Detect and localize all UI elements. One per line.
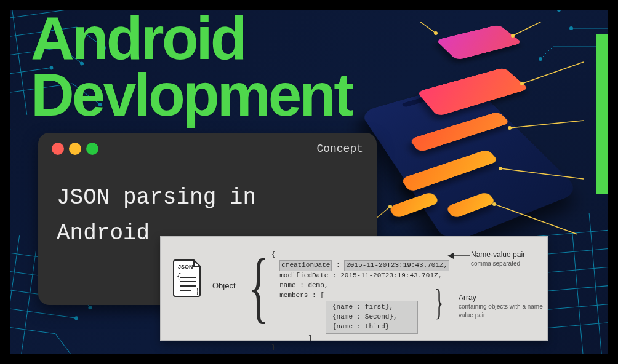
svg-line-62: [408, 22, 436, 33]
svg-line-20: [540, 47, 553, 59]
code-inner-3: {name : third}: [332, 323, 389, 330]
svg-line-13: [10, 10, 10, 130]
window-header: Concept: [38, 133, 377, 161]
svg-point-21: [539, 57, 542, 61]
svg-point-18: [569, 26, 573, 30]
slide-title: Android Devlopment: [31, 10, 351, 123]
stack-layer-3: [409, 111, 510, 152]
stack-layer-4: [401, 149, 499, 192]
phone-body: [359, 81, 581, 245]
svg-line-29: [10, 306, 76, 318]
svg-point-63: [434, 31, 438, 35]
traffic-light-dots: [52, 143, 98, 155]
json-file-icon: JSON { }: [172, 259, 204, 297]
svg-line-54: [522, 62, 584, 84]
code-close-arr: ]: [271, 334, 312, 342]
big-brace-icon: {: [248, 247, 269, 326]
svg-point-26: [88, 306, 92, 310]
svg-line-58: [500, 168, 584, 179]
svg-point-30: [74, 316, 78, 320]
stack-layer-1: [436, 25, 523, 60]
svg-line-31: [10, 324, 55, 333]
stack-layer-5a: [388, 191, 440, 219]
window-maximize-icon: [86, 143, 98, 155]
array-label: Array containing objects with a name-val…: [459, 293, 547, 319]
window-close-icon: [52, 143, 64, 155]
object-label: Object: [212, 281, 236, 290]
svg-line-35: [20, 250, 36, 354]
arr-title: Array: [459, 293, 476, 302]
code-close-brace: }: [271, 344, 276, 351]
code-inner-2: {name : Second},: [332, 313, 398, 320]
svg-text:JSON: JSON: [178, 264, 193, 270]
svg-line-50: [589, 213, 602, 354]
code-val-1: 2015-11-20T23:19:43.701Z,: [346, 261, 447, 269]
svg-line-56: [510, 121, 584, 128]
svg-point-65: [388, 205, 392, 208]
nv-title: Name-value pair: [471, 250, 525, 259]
phone-notch: [401, 93, 439, 107]
json-structure-diagram: JSON { } Object { { creationDate : 2015-…: [160, 236, 548, 341]
code-block: { creationDate : 2015-11-20T23:19:43.701…: [271, 250, 449, 353]
code-inner-1: {name : first},: [332, 303, 393, 311]
svg-line-41: [539, 266, 608, 273]
svg-text:}: }: [195, 287, 199, 296]
svg-line-51: [572, 233, 584, 354]
name-value-pair-label: Name-value pair comma separated: [471, 250, 525, 267]
svg-line-14: [12, 10, 27, 115]
nv-subtitle: comma separated: [471, 260, 520, 267]
layer-connectors: [350, 22, 584, 262]
svg-point-16: [557, 10, 561, 12]
svg-point-53: [511, 34, 515, 38]
code-open-brace: {: [271, 251, 276, 258]
arrow-name-value: [447, 251, 470, 260]
window-tag: Concept: [316, 143, 363, 155]
svg-line-34: [10, 235, 20, 354]
code-line-2: modifiedDate : 2015-11-20T23:19:43.701Z,: [279, 272, 442, 279]
code-line-4: members : [: [279, 291, 324, 299]
slide-canvas: Android Devlopment Concep: [10, 10, 608, 354]
small-brace-icon: }: [435, 281, 443, 323]
svg-point-57: [508, 126, 512, 130]
code-key-1: creationDate: [281, 261, 330, 269]
window-minimize-icon: [69, 143, 81, 155]
phone-illustration: [350, 22, 584, 262]
accent-bar: [596, 34, 608, 194]
code-sep-1: :: [332, 261, 344, 269]
stack-layer-5b: [445, 191, 496, 219]
svg-marker-74: [447, 253, 454, 259]
code-line-3: name : demo,: [279, 282, 328, 289]
svg-point-59: [499, 167, 502, 170]
svg-line-52: [513, 22, 553, 36]
arr-subtitle: containing objects with a name-value pai…: [459, 303, 545, 318]
svg-line-32: [52, 334, 79, 354]
stack-layer-2: [417, 68, 529, 117]
title-line-2: Devlopment: [31, 61, 351, 129]
svg-line-60: [494, 204, 577, 234]
svg-point-55: [520, 82, 524, 85]
svg-point-61: [492, 202, 496, 206]
